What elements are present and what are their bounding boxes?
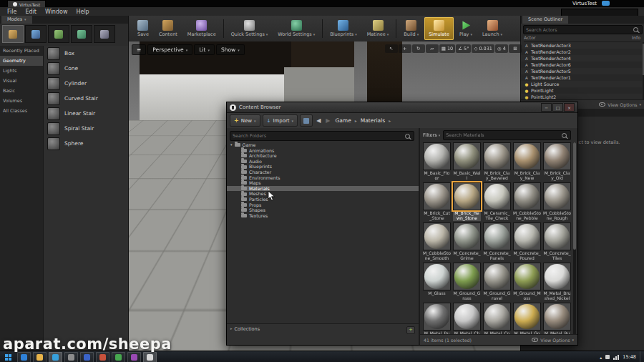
folder-tree-item-textures[interactable]: Textures (227, 213, 419, 219)
toolbar-button-world-settings[interactable]: World Settings▾ (273, 17, 319, 40)
toolbar-button-play[interactable]: Play▾ (455, 17, 477, 40)
toolbar-button-blueprints[interactable]: Blueprints▾ (326, 17, 361, 40)
toolbar-button-simulate[interactable]: Simulate (424, 17, 454, 40)
modes-category-recently-placed[interactable]: Recently Placed (0, 46, 43, 56)
folder-tree-item-audio[interactable]: Audio (227, 159, 419, 165)
new-button[interactable]: + New ▾ (230, 114, 260, 127)
asset-tile[interactable]: M_Brick_Hewn_Stone (453, 182, 481, 221)
asset-search-box[interactable] (443, 130, 571, 140)
asset-search-input[interactable] (444, 132, 562, 138)
asset-tile[interactable]: M_Metal_Ru (543, 303, 571, 334)
asset-tile[interactable]: M_CobbleStone_Rough (543, 182, 571, 221)
outliner-row[interactable]: A TextRenderActor3 (521, 42, 642, 49)
asset-tile[interactable]: M_CobbleStone_Smooth (423, 222, 451, 261)
asset-tile[interactable]: M_Ceramic_Tile_Check (483, 182, 511, 221)
chevron-down-icon[interactable]: ▾ (230, 142, 233, 148)
lit-dropdown[interactable]: Lit ▾ (194, 44, 215, 55)
actor-column-header[interactable]: Actor (524, 35, 536, 41)
asset-tile[interactable]: M_Concrete_Panels (483, 222, 511, 261)
menu-item-help[interactable]: Help (72, 9, 93, 15)
cb-view-options[interactable]: View Options (540, 338, 570, 343)
asset-tile[interactable]: M_CobbleStone_Pebble (513, 182, 541, 221)
asset-tile[interactable]: M_Metal_Brushed_Nickel (543, 263, 571, 301)
placeable-item-sphere[interactable]: Sphere (44, 136, 128, 151)
menu-item-file[interactable]: File (3, 9, 21, 15)
asset-tile[interactable]: M_Brick_Clay_New (513, 142, 541, 181)
modes-category-geometry[interactable]: Geometry (0, 56, 43, 66)
taskbar-app-explorer[interactable] (33, 352, 47, 362)
toolbar-button-content[interactable]: Content (155, 17, 182, 40)
folder-tree-item-animations[interactable]: Animations (227, 148, 419, 154)
asset-tile[interactable]: M_Concrete_Tiles (543, 222, 571, 261)
outliner-row[interactable]: A TextRenderActor2 (521, 49, 642, 55)
asset-tile[interactable]: M_Metal_Co (483, 303, 511, 334)
asset-tile[interactable]: M_Ground_Moss (513, 263, 541, 301)
network-icon[interactable] (613, 355, 619, 360)
outliner-search-input[interactable] (524, 27, 633, 32)
menu-item-window[interactable]: Window (41, 9, 72, 15)
minimize-button[interactable]: ─ (541, 103, 552, 112)
folder-tree-item-meshes[interactable]: Meshes (227, 191, 419, 197)
rotate-tool-icon[interactable]: ↻ (412, 44, 425, 53)
breadcrumb-materials[interactable]: Materials (359, 117, 386, 124)
asset-tile[interactable]: M_Metal_Go (513, 303, 541, 334)
folder-tree-item-maps[interactable]: Maps (227, 180, 419, 186)
maximize-viewport-icon[interactable]: ⊞ (509, 44, 522, 53)
outliner-search-box[interactable] (523, 25, 643, 34)
folder-tree-root[interactable]: ▾ Game (227, 142, 419, 148)
taskbar-app-6[interactable] (96, 352, 109, 362)
toolbar-button-launch[interactable]: Launch▾ (478, 17, 507, 40)
scale-tool-icon[interactable]: ▱ (426, 44, 439, 53)
taskbar-app-unreal[interactable] (143, 352, 157, 362)
modes-category-basic[interactable]: Basic (0, 86, 43, 96)
placeable-item-spiral-stair[interactable]: Spiral Stair (44, 121, 128, 136)
content-browser-title-bar[interactable]: Content Browser ─ □ × (227, 102, 577, 113)
placeable-item-curved-stair[interactable]: Curved Stair (44, 91, 128, 106)
modes-category-all-classes[interactable]: All Classes (0, 106, 43, 116)
toolbar-button-quick-settings[interactable]: Quick Settings▾ (227, 17, 273, 40)
foliage-mode-button[interactable] (71, 25, 92, 43)
scale-snap-toggle[interactable]: ◇0.031 (472, 44, 494, 53)
perspective-dropdown[interactable]: Perspective ▾ (147, 44, 192, 55)
modes-category-visual[interactable]: Visual (0, 76, 43, 86)
asset-tile[interactable]: M_Ground_Grass (453, 263, 481, 301)
placeable-item-cone[interactable]: Cone (44, 61, 128, 76)
select-tool-icon[interactable]: ↖ (385, 44, 398, 53)
modes-category-lights[interactable]: Lights (0, 66, 43, 76)
asset-tile[interactable]: M_Glass (423, 263, 451, 301)
placeable-item-cylinder[interactable]: Cylinder (44, 76, 128, 91)
outliner-row[interactable]: A TextRenderActor1 (521, 74, 642, 81)
show-dropdown[interactable]: Show ▾ (216, 44, 245, 55)
asset-tile[interactable]: M_Metal_Bu (423, 303, 451, 334)
rotation-snap-toggle[interactable]: ∠5° (456, 44, 471, 53)
viewport-options-button[interactable]: ≡ (132, 44, 146, 55)
clock[interactable]: 15:48 (623, 354, 636, 360)
tray-expand-icon[interactable]: ▴ (600, 355, 602, 360)
toolbar-button-matinee[interactable]: Matinee▾ (363, 17, 394, 40)
folder-tree-item-props[interactable]: Props (227, 202, 419, 208)
asset-tile[interactable]: M_Basic_Floor (423, 142, 451, 181)
placeable-item-linear-stair[interactable]: Linear Stair (44, 106, 128, 121)
taskbar-app-4[interactable] (64, 352, 78, 362)
landscape-mode-button[interactable] (48, 25, 69, 43)
import-button[interactable]: ↓ Import ▾ (263, 114, 298, 127)
paint-mode-button[interactable] (25, 25, 47, 43)
camera-speed-toggle[interactable]: ◎4 (495, 44, 508, 53)
place-mode-button[interactable] (2, 25, 24, 43)
toolbar-button-save[interactable]: Save (133, 17, 153, 40)
show-desktop-button[interactable] (640, 351, 644, 362)
outliner-row[interactable]: ● PointLight (521, 87, 642, 94)
feedback-chat-icon[interactable] (602, 1, 610, 6)
filters-button[interactable]: Filters ▾ (423, 132, 440, 138)
folder-tree-item-shapes[interactable]: Shapes (227, 207, 419, 213)
modes-category-volumes[interactable]: Volumes (0, 96, 43, 106)
back-button[interactable]: ◀ (315, 117, 322, 124)
grid-snap-toggle[interactable]: ▦10 (439, 44, 455, 53)
outliner-view-options[interactable]: View Options (608, 102, 637, 107)
breadcrumb-game[interactable]: Game (333, 117, 352, 124)
asset-tile[interactable]: M_Ground_Gravel (483, 263, 511, 301)
asset-scrollbar[interactable] (573, 142, 576, 334)
asset-tile[interactable]: M_Metal_Ch (453, 303, 481, 334)
asset-tile[interactable]: M_Basic_Wall (453, 142, 481, 181)
outliner-row[interactable]: ● Light Source (521, 81, 642, 87)
